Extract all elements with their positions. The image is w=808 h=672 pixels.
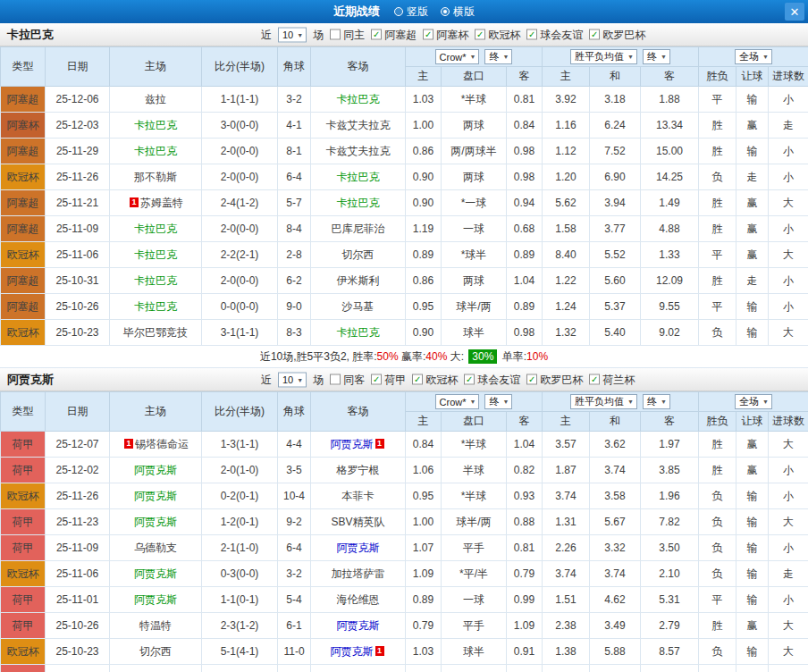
odds-stage-select[interactable]: 终▼ xyxy=(484,394,512,409)
checkbox-icon[interactable]: ✓ xyxy=(589,29,600,40)
bookmaker-select[interactable]: Crow*▼ xyxy=(435,394,480,409)
match-row: 荷甲25-11-23阿贾克斯1-2(0-1)9-2SBV精英队1.00球半/两0… xyxy=(1,509,808,535)
subcol-header: 主 xyxy=(406,412,442,432)
checkbox-icon[interactable]: ✓ xyxy=(526,29,537,40)
league-badge: 欧冠杯 xyxy=(1,242,46,268)
avg-odds-select[interactable]: 胜平负均值▼ xyxy=(570,49,637,64)
team-name: 卡拉巴克 xyxy=(337,93,380,105)
corner-score: 3-5 xyxy=(278,458,311,483)
filter-bar: 近10▼场同客✓荷甲✓欧冠杯✓球会友谊✓欧罗巴杯✓荷兰杯 xyxy=(261,372,635,387)
league-filter-checkbox[interactable]: ✓荷甲 xyxy=(371,372,406,387)
close-button[interactable]: ✕ xyxy=(785,3,804,21)
checkbox-icon[interactable]: ✓ xyxy=(526,374,537,385)
home-team: 毕尔巴鄂竞技 xyxy=(110,320,202,346)
same-venue-checkbox[interactable]: 同主 xyxy=(330,27,365,42)
away-team: 卡兹艾夫拉克 xyxy=(311,113,406,139)
checkbox-icon[interactable]: ✓ xyxy=(423,29,433,40)
avg-stage-select[interactable]: 终▼ xyxy=(643,394,670,409)
radio-icon[interactable] xyxy=(441,7,450,16)
avg-draw-odds: 3.77 xyxy=(590,216,641,242)
col-header: 日期 xyxy=(46,47,110,87)
subcol-header: 和 xyxy=(590,67,641,87)
league-filter-checkbox[interactable]: ✓欧冠杯 xyxy=(412,372,458,387)
home-team: 那不勒斯 xyxy=(110,164,202,190)
league-filter-checkbox[interactable]: ✓球会友谊 xyxy=(464,372,520,387)
handicap-line: 一球 xyxy=(442,587,507,613)
league-badge: 欧冠杯 xyxy=(1,164,46,190)
page-title: 近期战绩 xyxy=(333,4,380,20)
recent-count-select[interactable]: 10▼ xyxy=(278,372,307,387)
corner-score: 3-2 xyxy=(278,561,311,587)
league-filter-checkbox[interactable]: ✓欧罗巴杯 xyxy=(589,27,645,42)
avg-away-odds: 1.96 xyxy=(641,483,699,509)
scope-select[interactable]: 全场▼ xyxy=(735,49,772,64)
away-team: 阿尔克马尔 xyxy=(311,665,406,672)
handicap-line: 两球 xyxy=(442,113,507,139)
league-filter-checkbox[interactable]: ✓阿塞超 xyxy=(371,27,417,42)
home-team: 卡拉巴克 xyxy=(110,139,202,164)
league-filter-checkbox[interactable]: ✓荷兰杯 xyxy=(589,372,635,387)
league-filter-checkbox[interactable]: ✓阿塞杯 xyxy=(423,27,468,42)
avg-draw-odds: 6.24 xyxy=(590,113,641,139)
handicap-result-indicator: 输 xyxy=(736,509,769,535)
filter-bar: 近10▼场同主✓阿塞超✓阿塞杯✓欧冠杯✓球会友谊✓欧罗巴杯 xyxy=(261,27,645,42)
section-home-team: 卡拉巴克近10▼场同主✓阿塞超✓阿塞杯✓欧冠杯✓球会友谊✓欧罗巴杯类型日期主场比… xyxy=(0,23,808,368)
league-filter-checkbox-label: 欧罗巴杯 xyxy=(602,27,645,42)
league-filter-checkbox[interactable]: ✓欧冠杯 xyxy=(475,27,520,42)
league-filter-checkbox[interactable]: ✓欧罗巴杯 xyxy=(526,372,583,387)
radio-icon[interactable] xyxy=(394,7,403,16)
same-venue-checkbox[interactable]: 同客 xyxy=(330,372,365,387)
subcol-header: 客 xyxy=(507,67,543,87)
checkbox-icon[interactable]: ✓ xyxy=(464,374,475,385)
league-badge: 荷甲 xyxy=(1,458,46,483)
league-badge: 阿塞超 xyxy=(1,139,46,164)
team-name: 切尔西 xyxy=(342,248,375,261)
view-option-horizontal[interactable]: 横版 xyxy=(441,4,475,20)
avg-draw-odds: 5.67 xyxy=(590,509,641,535)
avg-home-odds: 3.74 xyxy=(543,483,590,509)
handicap-away-odds: 1.04 xyxy=(507,268,543,294)
team-section-header: 阿贾克斯近10▼场同客✓荷甲✓欧冠杯✓球会友谊✓欧罗巴杯✓荷兰杯 xyxy=(0,368,808,391)
team-name: 卡拉巴克 xyxy=(337,326,380,339)
avg-away-odds: 9.02 xyxy=(641,320,699,346)
checkbox-icon[interactable]: ✓ xyxy=(371,374,382,385)
score: 2-0(0-0) xyxy=(202,216,278,242)
handicap-result-indicator: 输 xyxy=(736,139,769,164)
recent-label: 近 xyxy=(261,372,272,387)
recent-count-select[interactable]: 10▼ xyxy=(278,27,307,42)
goals-result-indicator: 小 xyxy=(769,587,808,613)
chevron-down-icon: ▼ xyxy=(627,399,634,405)
handicap-result-indicator: 输 xyxy=(736,535,769,561)
goals-result-indicator: 小 xyxy=(769,268,808,294)
chevron-down-icon: ▼ xyxy=(297,376,303,382)
league-filter-checkbox-label: 欧罗巴杯 xyxy=(540,372,583,387)
checkbox-icon[interactable]: ✓ xyxy=(412,374,423,385)
checkbox-icon[interactable] xyxy=(330,29,341,40)
checkbox-icon[interactable]: ✓ xyxy=(475,29,485,40)
handicap-away-odds: 0.93 xyxy=(507,483,543,509)
bookmaker-select[interactable]: Crow*▼ xyxy=(435,49,480,64)
avg-odds-select[interactable]: 胜平负均值▼ xyxy=(570,394,637,409)
view-option-vertical[interactable]: 竖版 xyxy=(394,4,428,20)
avg-draw-odds: 3.62 xyxy=(590,432,641,458)
avg-draw-odds: 3.32 xyxy=(590,535,641,561)
avg-header-group: 胜平负均值▼终▼ xyxy=(543,392,699,412)
result-indicator: 负 xyxy=(699,483,736,509)
avg-stage-select[interactable]: 终▼ xyxy=(643,49,670,64)
checkbox-icon[interactable]: ✓ xyxy=(371,29,382,40)
team-name: 卡拉巴克 xyxy=(134,119,177,131)
result-indicator: 胜 xyxy=(699,458,736,483)
league-filter-checkbox[interactable]: ✓球会友谊 xyxy=(526,27,583,42)
avg-home-odds: 1.22 xyxy=(543,268,590,294)
checkbox-icon[interactable] xyxy=(330,374,341,385)
odds-stage-select[interactable]: 终▼ xyxy=(484,49,512,64)
league-badge: 荷甲 xyxy=(1,432,46,458)
checkbox-icon[interactable]: ✓ xyxy=(589,374,600,385)
home-team: 卡拉巴克 xyxy=(110,242,202,268)
score: 2-0(0-0) xyxy=(202,268,278,294)
scope-select[interactable]: 全场▼ xyxy=(735,394,772,409)
team-name: 阿贾克斯 xyxy=(134,490,177,502)
handicap-away-odds: 0.84 xyxy=(507,113,543,139)
col-header: 客场 xyxy=(311,392,406,432)
result-indicator: 胜 xyxy=(699,190,736,216)
